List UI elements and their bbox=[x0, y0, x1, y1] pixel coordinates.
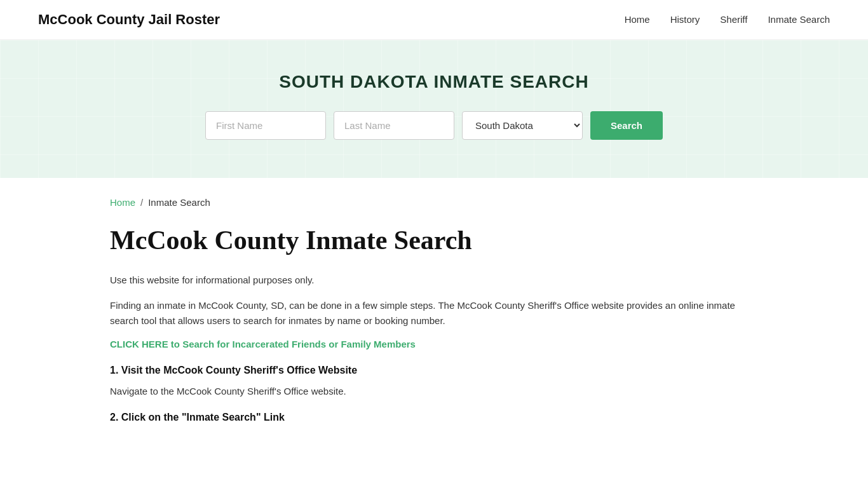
nav-link-home[interactable]: Home bbox=[625, 14, 650, 25]
inmate-search-form: AlabamaAlaskaArizonaArkansasCaliforniaCo… bbox=[13, 111, 855, 140]
breadcrumb-current: Inmate Search bbox=[148, 197, 210, 208]
breadcrumb: Home / Inmate Search bbox=[110, 197, 758, 208]
nav-list: Home History Sheriff Inmate Search bbox=[625, 14, 830, 25]
state-select[interactable]: AlabamaAlaskaArizonaArkansasCaliforniaCo… bbox=[462, 111, 583, 140]
nav-link-history[interactable]: History bbox=[670, 14, 700, 25]
nav-item-sheriff[interactable]: Sheriff bbox=[720, 14, 747, 25]
main-content: Home / Inmate Search McCook County Inmat… bbox=[72, 178, 796, 469]
breadcrumb-home[interactable]: Home bbox=[110, 197, 135, 208]
nav-item-history[interactable]: History bbox=[670, 14, 700, 25]
nav-item-home[interactable]: Home bbox=[625, 14, 650, 25]
site-logo[interactable]: McCook County Jail Roster bbox=[38, 11, 220, 28]
nav-item-inmate-search[interactable]: Inmate Search bbox=[768, 14, 830, 25]
step-1-heading: 1. Visit the McCook County Sheriff's Off… bbox=[110, 365, 758, 376]
nav-link-sheriff[interactable]: Sheriff bbox=[720, 14, 747, 25]
cta-link[interactable]: CLICK HERE to Search for Incarcerated Fr… bbox=[110, 339, 758, 349]
nav-link-inmate-search[interactable]: Inmate Search bbox=[768, 14, 830, 25]
last-name-input[interactable] bbox=[334, 111, 454, 140]
hero-banner: SOUTH DAKOTA INMATE SEARCH AlabamaAlaska… bbox=[0, 40, 868, 178]
search-button[interactable]: Search bbox=[590, 111, 663, 140]
breadcrumb-separator: / bbox=[140, 197, 143, 208]
first-name-input[interactable] bbox=[205, 111, 326, 140]
page-title: McCook County Inmate Search bbox=[110, 226, 758, 255]
step-1-text: Navigate to the McCook County Sheriff's … bbox=[110, 384, 758, 399]
intro-paragraph-2: Finding an inmate in McCook County, SD, … bbox=[110, 298, 758, 329]
site-header: McCook County Jail Roster Home History S… bbox=[0, 0, 868, 40]
intro-paragraph-1: Use this website for informational purpo… bbox=[110, 273, 758, 288]
step-2-heading: 2. Click on the "Inmate Search" Link bbox=[110, 412, 758, 423]
hero-title: SOUTH DAKOTA INMATE SEARCH bbox=[13, 72, 855, 92]
main-nav: Home History Sheriff Inmate Search bbox=[625, 14, 830, 25]
